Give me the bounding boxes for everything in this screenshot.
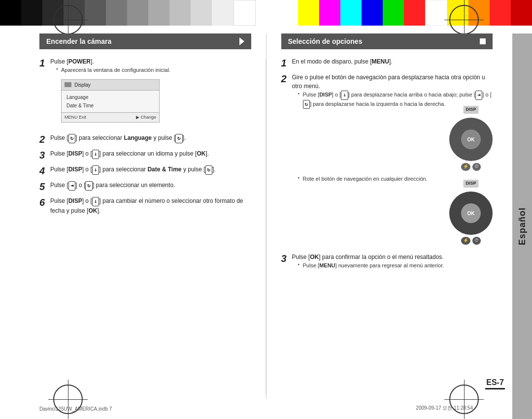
step-4-content: Pulse [DISP] o [↓] para seleccionar Date… xyxy=(50,165,251,175)
nav-ok-2: OK xyxy=(461,203,481,223)
left-section-title: Encender la cámara xyxy=(46,37,111,45)
right-step-2: 2 Gire o pulse el botón de navegación pa… xyxy=(281,73,493,249)
nav-icon-7: ↓ xyxy=(92,197,100,206)
menu-item-language: Language xyxy=(66,94,94,101)
step-4: 4 Pulse [DISP] o [↓] para seleccionar Da… xyxy=(39,165,251,177)
step-1-num: 1 xyxy=(39,57,50,69)
step-6-num: 6 xyxy=(39,196,50,208)
color-mid2 xyxy=(127,0,148,26)
nav-icon-5: ↻ xyxy=(205,165,213,175)
left-column: Encender la cámara 1 Pulse [POWER]. Apar… xyxy=(39,33,266,399)
nav-flash-2: ⚡ xyxy=(461,237,470,245)
nav-r3: ↻ xyxy=(303,100,310,109)
step-1-content: Pulse [POWER]. Aparecerá la ventana de c… xyxy=(50,57,251,129)
mini-display: Display Language Date & Time MENU Exit ▶… xyxy=(61,79,160,123)
right-step-2-content: Gire o pulse el botón de navegación para… xyxy=(292,73,493,249)
crosshair-top-right xyxy=(449,5,479,34)
step-5: 5 Pulse [◄] o [↻] para seleccionar un el… xyxy=(39,181,251,193)
color-mid3 xyxy=(148,0,169,26)
color-light1 xyxy=(169,0,191,26)
color-green xyxy=(383,0,404,26)
page-number-area: ES-7 xyxy=(485,378,505,389)
sidebar-language-text: Español xyxy=(517,207,528,245)
step-6-content: Pulse [DISP] o [↓] para cambiar el númer… xyxy=(50,196,251,215)
footer-left: Davinci125UW_AMERICA.indb 7 xyxy=(39,406,112,412)
right-step-1-content: En el modo de disparo, pulse [MENU]. xyxy=(292,57,493,66)
nav-wheel-2: OK xyxy=(449,192,493,235)
step-2-content: Pulse [↻] para seleccionar Language y pu… xyxy=(50,133,251,143)
mini-display-col1: Language Date & Time xyxy=(66,94,94,109)
left-section-header: Encender la cámara xyxy=(39,33,251,49)
right-step-2-num: 2 xyxy=(281,73,292,85)
right-step-1-num: 1 xyxy=(281,57,292,69)
display-icon xyxy=(65,82,71,87)
step-4-num: 4 xyxy=(39,165,50,177)
color-cyan xyxy=(340,0,362,26)
right-column: Selección de opciones 1 En el modo de di… xyxy=(266,33,493,399)
crosshair-top-left xyxy=(53,5,83,34)
step-6: 6 Pulse [DISP] o [↓] para cambiar el núm… xyxy=(39,196,251,215)
footer-right: 2009-09-17 오전 11:28:54 xyxy=(416,405,473,412)
step-1-sub: Aparecerá la ventana de configuración in… xyxy=(56,66,251,74)
step-3-num: 3 xyxy=(39,149,50,161)
color-yellow xyxy=(298,0,319,26)
nav-wheel-1: OK xyxy=(449,118,493,161)
language-sidebar: Español xyxy=(512,33,532,419)
page-number: ES-7 xyxy=(485,378,505,387)
color-gap xyxy=(256,0,298,26)
step-1: 1 Pulse [POWER]. Aparecerá la ventana de… xyxy=(39,57,251,129)
right-section-title: Selección de opciones xyxy=(288,37,363,45)
nav-self-1: ⏱ xyxy=(472,163,481,171)
right-step-3-content: Pulse [OK] para confirmar la opción o el… xyxy=(292,253,493,272)
step-3: 3 Pulse [DISP] o [↓] para seleccionar un… xyxy=(39,149,251,161)
nav-icon-2: ↻ xyxy=(175,134,183,143)
color-dark4 xyxy=(85,0,106,26)
nav-ok-1: OK xyxy=(461,129,481,149)
color-red xyxy=(404,0,425,26)
step-5-content: Pulse [◄] o [↻] para seleccionar un elem… xyxy=(50,181,251,191)
nav-diagram-1-container: DISP OK ⚡ ⏱ xyxy=(449,113,493,171)
main-content: Encender la cámara 1 Pulse [POWER]. Apar… xyxy=(39,33,493,399)
step-5-num: 5 xyxy=(39,181,50,193)
nav-icon-6: ↻ xyxy=(85,181,93,191)
mini-display-body: Language Date & Time xyxy=(62,91,159,112)
mini-display-footer: MENU Exit ▶ Change xyxy=(62,112,159,123)
nav-diagram-1-row: DISP OK ⚡ ⏱ xyxy=(298,113,493,171)
color-white xyxy=(233,0,256,26)
footer-change: ▶ Change xyxy=(136,114,156,121)
nav-diagram-2-container: DISP OK ⚡ ⏱ xyxy=(449,187,493,245)
nav-icon-3: ↓ xyxy=(92,150,100,159)
step-3-content: Pulse [DISP] o [↓] para seleccionar un i… xyxy=(50,149,251,159)
header-arrow-icon xyxy=(239,37,244,45)
footer-exit: MENU Exit xyxy=(65,114,86,121)
step-2: 2 Pulse [↻] para seleccionar Language y … xyxy=(39,133,251,145)
header-square-icon xyxy=(480,38,486,44)
nav-icons-row-2: ⚡ ⏱ xyxy=(449,237,493,245)
mini-display-header: Display xyxy=(62,80,159,91)
right-step-3: 3 Pulse [OK] para confirmar la opción o … xyxy=(281,253,493,272)
right-step-1: 1 En el modo de disparo, pulse [MENU]. xyxy=(281,57,493,69)
right-section-header: Selección de opciones xyxy=(281,33,493,49)
nav-r2: ◄ xyxy=(475,91,483,100)
color-light3 xyxy=(212,0,233,26)
color-red2 xyxy=(490,0,511,26)
step-2-num: 2 xyxy=(39,133,50,145)
nav-r1: ↓ xyxy=(341,91,348,100)
nav-icon-1: ↻ xyxy=(68,134,76,143)
color-black xyxy=(0,0,21,26)
color-magenta xyxy=(319,0,340,26)
nav-icon-4: ↓ xyxy=(92,165,100,175)
nav-self-2: ⏱ xyxy=(472,237,481,245)
disp-label-2: DISP xyxy=(463,180,478,188)
nav-diagram-2-row: DISP OK ⚡ ⏱ xyxy=(298,187,493,245)
mini-display-label: Display xyxy=(74,81,91,89)
color-dark1 xyxy=(21,0,42,26)
left-icon: ◄ xyxy=(68,181,76,191)
menu-item-datetime: Date & Time xyxy=(66,102,94,109)
nav-flash-1: ⚡ xyxy=(461,163,470,171)
nav-icons-row-1: ⚡ ⏱ xyxy=(449,163,493,171)
color-light2 xyxy=(191,0,212,26)
color-mid1 xyxy=(106,0,127,26)
color-darkred xyxy=(511,0,532,26)
disp-label-1: DISP xyxy=(463,106,478,114)
